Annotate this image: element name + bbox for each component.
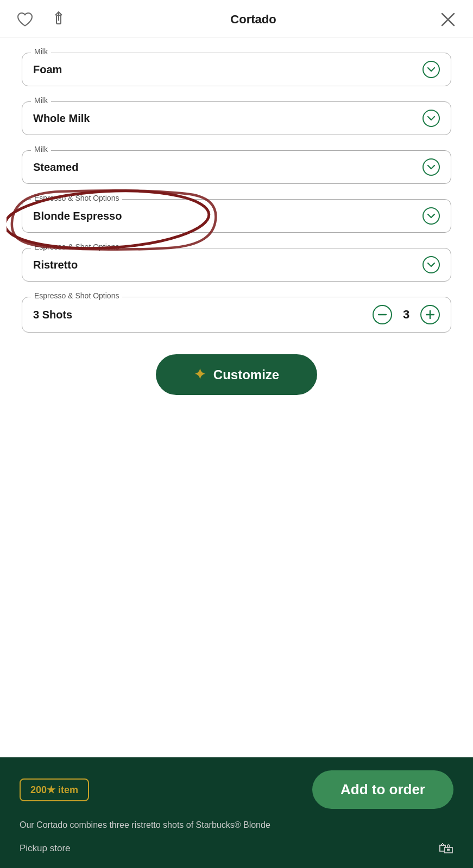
pickup-row: Pickup store 🛍	[20, 839, 453, 857]
milk-steamed-value: Steamed	[33, 161, 78, 174]
bag-icon: 🛍	[438, 839, 453, 857]
content-area: Milk Foam Milk Whole Milk Milk Steamed	[0, 37, 473, 444]
header-left-icons	[15, 10, 68, 29]
espresso-type-field: Espresso & Shot Options Blonde Espresso	[22, 199, 451, 233]
customize-label: Customize	[213, 367, 279, 382]
bottom-bar-actions: 200★ item Add to order	[20, 770, 453, 809]
stars-badge-text: 200★ item	[30, 784, 78, 796]
add-to-order-button[interactable]: Add to order	[312, 770, 453, 809]
milk-whole-dropdown[interactable]: Milk Whole Milk	[22, 101, 451, 135]
milk-steamed-chevron-icon	[422, 158, 440, 176]
header: Cortado	[0, 0, 473, 37]
pickup-label: Pickup store	[20, 843, 71, 854]
milk-foam-field: Milk Foam	[22, 53, 451, 86]
milk-whole-label: Milk	[31, 96, 51, 105]
bottom-bar: 200★ item Add to order Our Cortado combi…	[0, 757, 473, 868]
espresso-type-chevron-icon	[422, 207, 440, 225]
add-to-order-label: Add to order	[340, 781, 425, 797]
shots-label: Espresso & Shot Options	[31, 291, 122, 300]
milk-steamed-field: Milk Steamed	[22, 150, 451, 184]
decrease-shots-button[interactable]	[373, 305, 392, 324]
espresso-type-label: Espresso & Shot Options	[31, 194, 122, 202]
stars-badge: 200★ item	[20, 778, 89, 801]
share-button[interactable]	[49, 10, 68, 29]
espresso-ristretto-chevron-icon	[422, 256, 440, 273]
milk-whole-value: Whole Milk	[33, 112, 90, 125]
milk-whole-field: Milk Whole Milk	[22, 101, 451, 135]
milk-whole-chevron-icon	[422, 110, 440, 127]
shots-value: 3 Shots	[33, 309, 72, 321]
espresso-type-value: Blonde Espresso	[33, 210, 122, 222]
espresso-ristretto-label: Espresso & Shot Options	[31, 242, 122, 251]
customize-star-icon: ✦	[194, 366, 206, 383]
close-button[interactable]	[438, 10, 458, 29]
espresso-ristretto-dropdown[interactable]: Espresso & Shot Options Ristretto	[22, 248, 451, 282]
milk-foam-chevron-icon	[422, 61, 440, 78]
shots-stepper: Espresso & Shot Options 3 Shots 3	[22, 297, 451, 333]
milk-foam-value: Foam	[33, 63, 62, 76]
bottom-description: Our Cortado combines three ristretto sho…	[20, 819, 453, 832]
customize-button[interactable]: ✦ Customize	[156, 354, 317, 395]
milk-foam-label: Milk	[31, 47, 51, 56]
espresso-ristretto-value: Ristretto	[33, 259, 78, 271]
page-title: Cortado	[68, 12, 438, 27]
milk-steamed-dropdown[interactable]: Milk Steamed	[22, 150, 451, 184]
customize-section: ✦ Customize	[22, 354, 451, 395]
espresso-ristretto-field: Espresso & Shot Options Ristretto	[22, 248, 451, 282]
increase-shots-button[interactable]	[420, 305, 440, 324]
espresso-type-dropdown[interactable]: Espresso & Shot Options Blonde Espresso	[22, 199, 451, 233]
shots-field: Espresso & Shot Options 3 Shots 3	[22, 297, 451, 333]
shots-count: 3	[401, 308, 412, 322]
favorite-button[interactable]	[15, 10, 35, 29]
stepper-controls: 3	[373, 305, 440, 324]
milk-foam-dropdown[interactable]: Milk Foam	[22, 53, 451, 86]
milk-steamed-label: Milk	[31, 145, 51, 154]
